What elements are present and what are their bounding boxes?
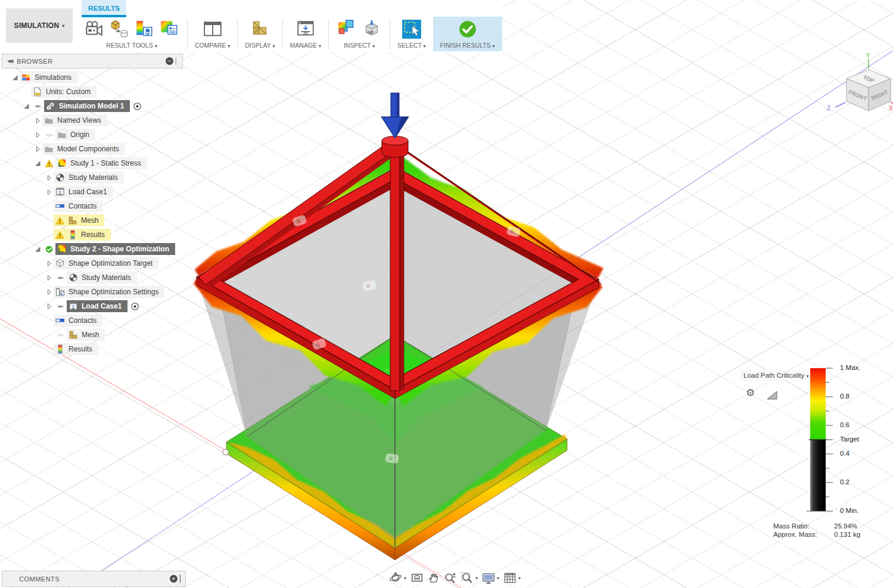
tree-item-contacts[interactable]: Contacts xyxy=(54,200,102,212)
tree-item-study-2-shape-optimization[interactable]: Study 2 - Shape Optimization xyxy=(55,243,175,255)
group-label-select[interactable]: SELECT ▾ xyxy=(397,40,426,51)
tree-row-simulations[interactable]: Simulations xyxy=(2,70,183,85)
tree-row-results[interactable]: Results xyxy=(2,228,183,242)
tree-item-load-case1[interactable]: Load Case1 xyxy=(54,186,113,198)
minimize-panel-icon[interactable]: − xyxy=(166,57,173,65)
visibility-on-icon[interactable] xyxy=(54,302,67,311)
group-label-display[interactable]: DISPLAY ▾ xyxy=(245,40,275,51)
tree-item-study-materials[interactable]: Study Materials xyxy=(54,172,124,183)
tree-item-results[interactable]: Results xyxy=(54,343,98,355)
tree-row-contacts[interactable]: Contacts xyxy=(2,313,183,328)
chevron-down-icon[interactable]: ▾ xyxy=(497,575,499,581)
browser-header[interactable]: ◀◀ BROWSER − ▏ xyxy=(2,54,183,69)
color-plot-button[interactable] xyxy=(158,18,180,40)
group-label-finish-results[interactable]: FINISH RESULTS ▾ xyxy=(440,40,495,51)
tree-row-model-components[interactable]: Model Components xyxy=(2,142,183,156)
tree-row-mesh[interactable]: Mesh xyxy=(2,213,183,228)
orbit-button[interactable] xyxy=(387,569,403,587)
panel-grip-icon[interactable]: ▏ xyxy=(180,575,185,583)
panel-grip-icon[interactable]: ▏ xyxy=(176,58,181,64)
add-comment-icon[interactable]: + xyxy=(170,575,178,583)
chevron-down-icon[interactable]: ▾ xyxy=(404,575,406,581)
visibility-on-icon[interactable] xyxy=(31,102,44,111)
expander-closed-icon[interactable] xyxy=(33,144,42,154)
tree-item-model-components[interactable]: Model Components xyxy=(42,143,125,155)
tree-item-named-views[interactable]: Named Views xyxy=(42,114,107,126)
load-arrow[interactable] xyxy=(381,93,409,138)
manage-scale-button[interactable] xyxy=(295,18,316,40)
apex-boss[interactable] xyxy=(382,136,408,158)
tree-item-study-materials[interactable]: Study Materials xyxy=(67,272,137,284)
activate-dot-icon[interactable] xyxy=(130,302,139,311)
visibility-on-icon[interactable] xyxy=(54,273,67,282)
tree-item-origin[interactable]: Origin xyxy=(55,129,95,141)
finish-check-button[interactable] xyxy=(457,18,478,40)
pan-hand-button[interactable] xyxy=(425,569,441,587)
look-at-button[interactable] xyxy=(409,569,425,587)
legend-options-button[interactable] xyxy=(133,18,155,40)
view-cube[interactable]: Y Z X TOP FRONT RIGHT xyxy=(824,51,893,124)
tree-row-study-1-static-stress[interactable]: Study 1 - Static Stress xyxy=(2,156,183,170)
zoom-mag-button[interactable] xyxy=(442,569,458,587)
expander-open-icon[interactable] xyxy=(21,101,31,111)
expander-open-icon[interactable] xyxy=(33,244,42,254)
tree-row-mesh[interactable]: Mesh xyxy=(2,328,183,342)
tree-item-load-case1[interactable]: Load Case1 xyxy=(67,300,127,312)
group-label-compare[interactable]: COMPARE ▾ xyxy=(195,40,230,51)
tree-row-units-custom[interactable]: Units: Custom xyxy=(2,85,183,99)
collapse-panel-icon[interactable]: ◀◀ xyxy=(7,58,12,64)
tree-row-simulation-model-1[interactable]: Simulation Model 1 xyxy=(2,99,183,113)
tree-item-mesh[interactable]: Mesh xyxy=(54,214,104,226)
activate-dot-icon[interactable] xyxy=(133,102,142,111)
expander-open-icon[interactable] xyxy=(33,158,42,168)
tree-row-load-case1[interactable]: Load Case1 xyxy=(2,185,183,199)
select-box-button[interactable] xyxy=(401,18,422,40)
tree-item-mesh[interactable]: Mesh xyxy=(67,329,105,341)
tab-results[interactable]: RESULTS xyxy=(82,0,126,17)
display-mesh-button[interactable] xyxy=(249,18,270,40)
tree-row-shape-optimization-target[interactable]: Shape Optimization Target xyxy=(2,256,183,270)
tree-row-study-materials[interactable]: Study Materials xyxy=(2,170,183,185)
expander-closed-icon[interactable] xyxy=(44,259,54,268)
expander-open-icon[interactable] xyxy=(10,73,20,82)
chevron-down-icon[interactable]: ▾ xyxy=(475,575,478,581)
group-label-manage[interactable]: MANAGE ▾ xyxy=(290,40,321,51)
tree-row-results[interactable]: Results xyxy=(2,342,183,356)
display-settings-button[interactable] xyxy=(480,569,496,587)
expander-closed-icon[interactable] xyxy=(33,130,42,139)
tree-row-shape-optimization-settings[interactable]: Shape Optimization Settings xyxy=(2,285,183,299)
probe-xyz-button[interactable]: xyz xyxy=(361,18,382,40)
convert-results-button[interactable] xyxy=(108,18,130,40)
expander-closed-icon[interactable] xyxy=(44,287,54,297)
tree-item-shape-optimization-settings[interactable]: Shape Optimization Settings xyxy=(54,286,164,298)
tree-row-study-materials[interactable]: Study Materials xyxy=(2,270,183,285)
expander-closed-icon[interactable] xyxy=(33,116,42,125)
tree-item-simulation-model-1[interactable]: Simulation Model 1 xyxy=(44,100,130,112)
tree-item-study-1-static-stress[interactable]: Study 1 - Static Stress xyxy=(55,157,147,169)
visibility-off-icon[interactable] xyxy=(42,130,55,139)
expander-closed-icon[interactable] xyxy=(44,173,54,182)
tree-row-named-views[interactable]: Named Views xyxy=(2,113,183,127)
tree-item-contacts[interactable]: Contacts xyxy=(54,315,102,326)
grid-settings-button[interactable] xyxy=(502,569,518,587)
tree-row-origin[interactable]: Origin xyxy=(2,127,183,142)
group-label-inspect[interactable]: INSPECT ▾ xyxy=(344,40,375,51)
visibility-off-icon[interactable] xyxy=(54,331,67,340)
tree-item-results[interactable]: Results xyxy=(54,229,111,241)
compare-window-button[interactable] xyxy=(202,18,223,40)
expander-closed-icon[interactable] xyxy=(44,301,54,311)
inspect-colormap-button[interactable] xyxy=(336,18,357,40)
tree-item-shape-optimization-target[interactable]: Shape Optimization Target xyxy=(54,257,158,269)
fit-mag-button[interactable] xyxy=(459,569,475,587)
tree-row-study-2-shape-optimization[interactable]: Study 2 - Shape Optimization xyxy=(2,242,183,256)
group-label-result-tools[interactable]: RESULT TOOLS ▾ xyxy=(106,40,157,51)
tree-item-units-custom[interactable]: Units: Custom xyxy=(31,86,97,98)
tree-row-contacts[interactable]: Contacts xyxy=(2,199,183,213)
comments-panel[interactable]: COMMENTS + ▏ xyxy=(2,571,186,587)
animate-camera-button[interactable] xyxy=(83,18,105,40)
tree-row-load-case1[interactable]: Load Case1 xyxy=(2,299,183,313)
chevron-down-icon[interactable]: ▾ xyxy=(518,575,521,581)
tree-item-simulations[interactable]: Simulations xyxy=(20,71,77,83)
workspace-selector[interactable]: SIMULATION ▾ xyxy=(6,8,73,43)
expander-closed-icon[interactable] xyxy=(44,187,54,197)
